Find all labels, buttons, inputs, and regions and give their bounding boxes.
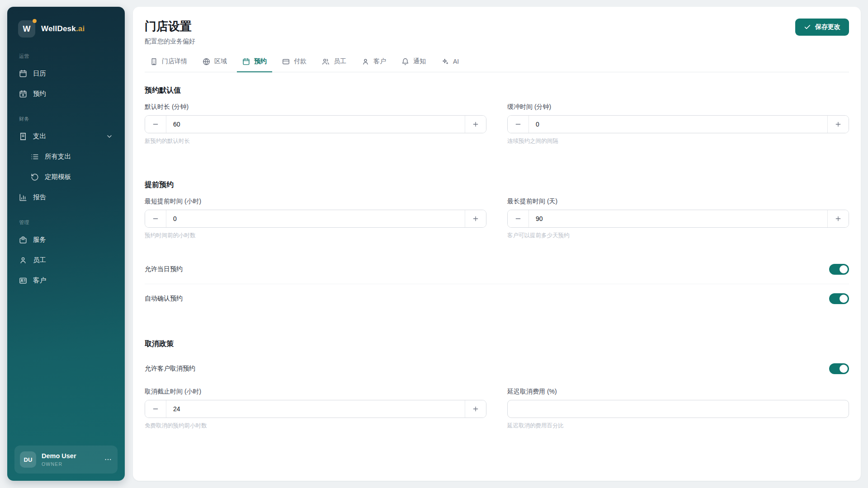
sidebar-item-customers[interactable]: 客户 (14, 270, 118, 291)
nav-section-management: 管理 (19, 219, 113, 226)
field-label: 默认时长 (分钟) (145, 103, 486, 111)
ellipsis-icon[interactable] (104, 455, 112, 464)
min-lead-time-input[interactable] (166, 210, 465, 227)
chevron-down-icon[interactable] (106, 133, 113, 140)
sidebar: W WellDesk.ai 运营 日历 预约 财务 支出 (7, 7, 125, 481)
plus-button[interactable] (465, 210, 486, 227)
default-duration-input[interactable] (166, 116, 465, 133)
booking-defaults-grid: 默认时长 (分钟) 新预约的默认时长 缓冲时间 (分钟) (145, 103, 849, 145)
brand-logo: W WellDesk.ai (14, 20, 118, 38)
sidebar-item-staff[interactable]: 员工 (14, 250, 118, 270)
field-cancel-cutoff: 取消截止时间 (小时) 免费取消的预约前小时数 (145, 388, 486, 430)
advance-booking-grid: 最短提前时间 (小时) 预约时间前的小时数 最长提前时间 (天) (145, 197, 849, 239)
plus-button[interactable] (465, 116, 486, 133)
minus-button[interactable] (145, 116, 166, 133)
brand-name: WellDesk.ai (41, 24, 85, 33)
plus-button[interactable] (465, 400, 486, 418)
tab-customers[interactable]: 客户 (356, 53, 392, 72)
toggle-row-same-day: 允许当日预约 (145, 255, 849, 284)
minus-button[interactable] (145, 210, 166, 227)
min-lead-time-stepper (145, 210, 486, 228)
sidebar-item-recurring-templates[interactable]: 定期模板 (14, 167, 118, 187)
toggle-label: 允许客户取消预约 (145, 365, 195, 373)
cancel-cutoff-stepper (145, 400, 486, 418)
sidebar-item-label: 服务 (33, 235, 46, 244)
max-lead-time-stepper (507, 210, 849, 228)
tab-payments[interactable]: 付款 (277, 53, 312, 72)
plus-button[interactable] (827, 210, 849, 227)
receipt-icon (19, 132, 27, 141)
field-label: 最长提前时间 (天) (507, 197, 849, 206)
nav-section-operations: 运营 (19, 53, 113, 60)
globe-icon (203, 58, 210, 66)
field-helper: 免费取消的预约前小时数 (145, 422, 486, 430)
sidebar-item-label: 支出 (33, 132, 46, 141)
page-title: 门店设置 (145, 19, 195, 34)
list-icon (31, 153, 39, 161)
tab-regions[interactable]: 区域 (197, 53, 232, 72)
buffer-time-stepper (507, 115, 849, 133)
avatar: DU (20, 451, 36, 468)
tab-notifications[interactable]: 通知 (396, 53, 431, 72)
save-button[interactable]: 保存更改 (795, 19, 849, 36)
main-header: 门店设置 配置您的业务偏好 保存更改 (145, 19, 849, 46)
field-helper: 客户可以提前多少天预约 (507, 232, 849, 239)
sidebar-item-label: 预约 (33, 89, 46, 98)
sparkles-icon (441, 58, 449, 66)
sidebar-item-label: 报告 (33, 193, 46, 202)
check-icon (804, 23, 811, 31)
field-label: 缓冲时间 (分钟) (507, 103, 849, 111)
field-helper: 连续预约之间的间隔 (507, 137, 849, 145)
settings-tabs: 门店详情 区域 预约 付款 员工 (145, 53, 849, 72)
cancel-cutoff-input[interactable] (166, 400, 465, 418)
cancellation-grid: 取消截止时间 (小时) 免费取消的预约前小时数 延迟取消费用 (%) 延迟取消的… (145, 388, 849, 430)
logo-dot (33, 19, 37, 23)
toggle-row-allow-cancel: 允许客户取消预约 (145, 354, 849, 383)
user-card[interactable]: DU Demo User OWNER (14, 446, 118, 474)
sidebar-item-appointments[interactable]: 预约 (14, 84, 118, 104)
field-helper: 新预约的默认时长 (145, 137, 486, 145)
logo-letter: W (23, 24, 31, 34)
sidebar-item-reports[interactable]: 报告 (14, 187, 118, 207)
credit-card-icon (282, 58, 290, 66)
minus-button[interactable] (508, 116, 529, 133)
id-card-icon (19, 277, 27, 285)
calendar-plus-icon (19, 90, 27, 98)
tab-appointments[interactable]: 预约 (237, 53, 272, 72)
sidebar-item-expenses[interactable]: 支出 (14, 126, 118, 146)
sidebar-item-label: 所有支出 (45, 152, 71, 161)
tab-store-details[interactable]: 门店详情 (145, 53, 193, 72)
users-icon (322, 58, 330, 66)
late-cancel-fee-input[interactable] (507, 400, 849, 418)
sidebar-item-services[interactable]: 服务 (14, 230, 118, 250)
sidebar-item-calendar[interactable]: 日历 (14, 63, 118, 84)
field-default-duration: 默认时长 (分钟) 新预约的默认时长 (145, 103, 486, 145)
minus-button[interactable] (508, 210, 529, 227)
save-button-label: 保存更改 (815, 23, 840, 31)
page-subtitle: 配置您的业务偏好 (145, 38, 195, 46)
tab-staff[interactable]: 员工 (316, 53, 352, 72)
section-title-booking-defaults: 预约默认值 (145, 86, 849, 95)
nav-section-finance: 财务 (19, 116, 113, 122)
field-label: 取消截止时间 (小时) (145, 388, 486, 396)
field-late-cancel-fee: 延迟取消费用 (%) 延迟取消的费用百分比 (507, 388, 849, 430)
user-name: Demo User (42, 453, 76, 460)
toggle-label: 允许当日预约 (145, 265, 183, 273)
calendar-icon (19, 70, 27, 78)
user-icon (19, 256, 27, 264)
sidebar-item-label: 客户 (33, 276, 46, 285)
bar-chart-icon (19, 193, 27, 202)
section-title-advance-booking: 提前预约 (145, 180, 849, 190)
max-lead-time-input[interactable] (529, 210, 827, 227)
same-day-booking-toggle[interactable] (829, 264, 849, 275)
allow-cancel-toggle[interactable] (829, 363, 849, 374)
field-buffer-time: 缓冲时间 (分钟) 连续预约之间的间隔 (507, 103, 849, 145)
plus-button[interactable] (827, 116, 849, 133)
field-helper: 预约时间前的小时数 (145, 232, 486, 239)
buffer-time-input[interactable] (529, 116, 827, 133)
minus-button[interactable] (145, 400, 166, 418)
calendar-icon (242, 58, 250, 66)
sidebar-item-all-expenses[interactable]: 所有支出 (14, 146, 118, 167)
tab-ai[interactable]: AI (436, 53, 464, 72)
auto-confirm-toggle[interactable] (829, 293, 849, 304)
